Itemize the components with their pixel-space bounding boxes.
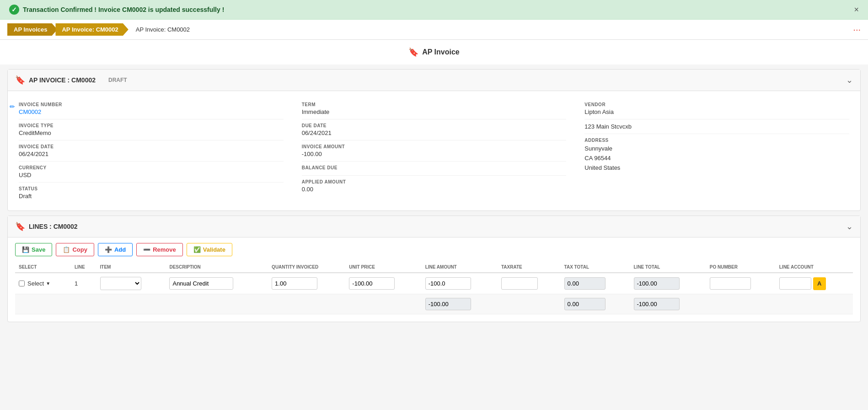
copy-icon: 📋	[63, 246, 70, 253]
vendor-value: Lipton Asia	[584, 108, 849, 115]
invoice-section-collapse[interactable]: ⌄	[846, 75, 853, 85]
term-value: Immediate	[302, 108, 567, 115]
remove-icon: ➖	[143, 246, 150, 253]
currency-row: CURRENCY USD	[19, 162, 284, 183]
row-unit-price-cell	[345, 273, 421, 294]
row-tax-total-cell	[561, 273, 630, 294]
row-quantity-cell	[268, 273, 345, 294]
status-row: STATUS Draft	[19, 183, 284, 203]
table-row: Select ▼ 1	[15, 273, 853, 294]
invoice-number-value[interactable]: CM0002	[19, 108, 284, 115]
taxrate-input[interactable]	[501, 277, 538, 290]
totals-line-amount-input	[425, 298, 471, 310]
invoice-section-header: 🔖 AP INVOICE : CM0002 DRAFT ⌄	[8, 70, 860, 91]
table-header-row: SELECT LINE ITEM DESCRIPTION QUANTITY IN…	[15, 262, 853, 273]
totals-end-empty	[706, 294, 853, 314]
invoice-amount-row: INVOICE AMOUNT -100.00	[302, 140, 567, 162]
success-banner: ✓ Transaction Confirmed ! Invoice CM0002…	[0, 0, 868, 20]
invoice-status-badge: DRAFT	[108, 77, 127, 83]
col-description: DESCRIPTION	[166, 262, 268, 273]
due-date-value: 06/24/2021	[302, 129, 567, 136]
row-checkbox[interactable]	[19, 281, 25, 286]
add-button[interactable]: ➕ Add	[98, 243, 133, 256]
dropdown-arrow-icon: ▼	[46, 281, 50, 286]
vendor-address-line1: 123 Main Stcvcxb	[584, 123, 849, 130]
totals-line-total-input	[634, 298, 680, 310]
totals-line-amount	[422, 294, 498, 314]
address-value: Sunnyvale CA 96544 United States	[584, 144, 849, 173]
totals-line-total	[630, 294, 706, 314]
col-unit-price: UNIT PRICE	[345, 262, 421, 273]
copy-button[interactable]: 📋 Copy	[56, 243, 94, 256]
breadcrumb-ap-invoices[interactable]: AP Invoices	[7, 23, 57, 36]
remove-button[interactable]: ➖ Remove	[136, 243, 183, 256]
breadcrumb: AP Invoices AP Invoice: CM0002 AP Invoic…	[7, 23, 190, 36]
totals-tax-total	[561, 294, 630, 314]
vendor-address-row1: 123 Main Stcvcxb	[584, 119, 849, 134]
tax-total-input	[564, 277, 605, 290]
invoice-number-row: ✏ INVOICE NUMBER CM0002	[19, 98, 284, 119]
add-icon: ➕	[105, 246, 112, 253]
totals-taxrate-empty	[498, 294, 561, 314]
edit-icon[interactable]: ✏	[10, 103, 15, 110]
invoice-bookmark-icon: 🔖	[15, 75, 25, 85]
row-po-number-cell	[706, 273, 776, 294]
invoice-type-value: CreditMemo	[19, 129, 284, 136]
line-account-input[interactable]	[779, 277, 811, 290]
select-dropdown[interactable]: Select ▼	[27, 280, 50, 287]
line-amount-input[interactable]	[425, 277, 471, 290]
line-total-input	[634, 277, 680, 290]
lines-section-title: LINES : CM0002	[29, 223, 78, 230]
success-message: ✓ Transaction Confirmed ! Invoice CM0002…	[9, 5, 224, 15]
lines-section-header: 🔖 LINES : CM0002 ⌄	[8, 216, 860, 237]
invoice-date-row: INVOICE DATE 06/24/2021	[19, 140, 284, 162]
invoice-col-1: ✏ INVOICE NUMBER CM0002 INVOICE TYPE Cre…	[19, 98, 284, 203]
page-title: AP Invoice	[422, 48, 460, 56]
invoice-form-body: ✏ INVOICE NUMBER CM0002 INVOICE TYPE Cre…	[8, 91, 860, 210]
col-tax-total: TAX TOTAL	[561, 262, 630, 273]
col-line-amount: LINE AMOUNT	[422, 262, 498, 273]
save-icon: 💾	[22, 246, 29, 253]
unit-price-input[interactable]	[349, 277, 395, 290]
success-icon: ✓	[9, 5, 19, 15]
invoice-section: 🔖 AP INVOICE : CM0002 DRAFT ⌄ ✏ INVOICE …	[7, 69, 861, 211]
save-button[interactable]: 💾 Save	[15, 243, 52, 256]
invoice-col-2: TERM Immediate DUE DATE 06/24/2021 INVOI…	[302, 98, 567, 203]
invoice-amount-value: -100.00	[302, 151, 567, 157]
row-line-total-cell	[630, 273, 706, 294]
col-item: ITEM	[96, 262, 166, 273]
po-number-input[interactable]	[710, 277, 751, 290]
row-item-cell	[96, 273, 166, 294]
validate-button[interactable]: ✅ Validate	[187, 243, 232, 256]
breadcrumb-current: AP Invoice: CM0002	[136, 26, 190, 33]
address-row: ADDRESS Sunnyvale CA 96544 United States	[584, 134, 849, 176]
vendor-row: VENDOR Lipton Asia	[584, 98, 849, 119]
more-options-icon[interactable]: ···	[853, 24, 861, 35]
line-account-a-button[interactable]: A	[813, 277, 826, 290]
lines-table-wrap: SELECT LINE ITEM DESCRIPTION QUANTITY IN…	[8, 262, 860, 322]
close-banner-button[interactable]: ×	[854, 5, 859, 15]
breadcrumb-ap-invoice-cm0002[interactable]: AP Invoice: CM0002	[55, 23, 128, 36]
totals-empty	[15, 294, 422, 314]
quantity-input[interactable]	[272, 277, 317, 290]
row-line-account-cell: A	[776, 273, 853, 294]
invoice-section-title: AP INVOICE : CM0002	[29, 76, 96, 84]
lines-section: 🔖 LINES : CM0002 ⌄ 💾 Save 📋 Copy ➕ Add ➖…	[7, 216, 861, 322]
col-line-total: LINE TOTAL	[630, 262, 706, 273]
col-quantity: QUANTITY INVOICED	[268, 262, 345, 273]
invoice-type-row: INVOICE TYPE CreditMemo	[19, 119, 284, 140]
balance-due-row: BALANCE DUE	[302, 162, 567, 176]
lines-bookmark-icon: 🔖	[15, 221, 25, 232]
item-select[interactable]	[100, 277, 141, 290]
page-title-bar: 🔖 AP Invoice	[0, 40, 868, 65]
bookmark-icon: 🔖	[408, 47, 418, 57]
invoice-date-value: 06/24/2021	[19, 151, 284, 157]
status-value: Draft	[19, 193, 284, 200]
row-select-cell: Select ▼	[15, 273, 71, 294]
validate-icon: ✅	[193, 246, 201, 253]
row-description-cell	[166, 273, 268, 294]
term-row: TERM Immediate	[302, 98, 567, 119]
lines-section-collapse[interactable]: ⌄	[846, 221, 853, 232]
row-line-cell: 1	[71, 273, 96, 294]
description-input[interactable]	[169, 277, 233, 290]
